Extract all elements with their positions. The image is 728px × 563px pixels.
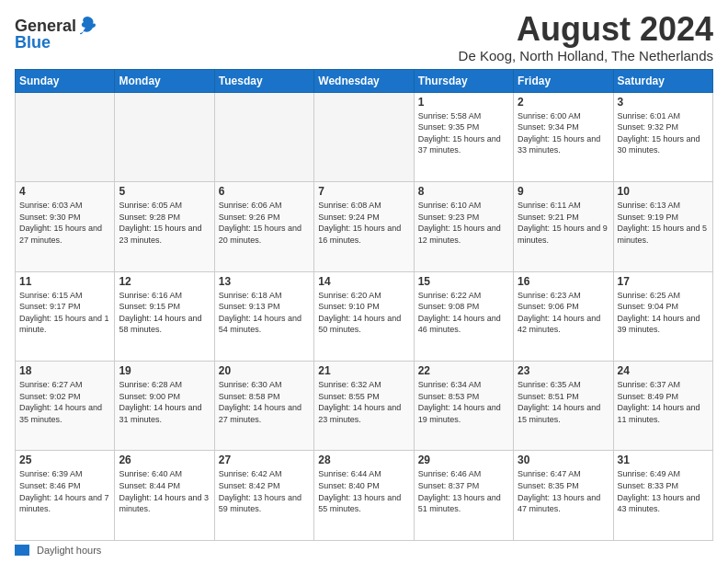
day-info: Sunrise: 6:10 AMSunset: 9:23 PMDaylight:… xyxy=(418,200,509,246)
day-number: 26 xyxy=(119,454,210,466)
day-number: 10 xyxy=(618,185,709,198)
calendar-week-1: 1Sunrise: 5:58 AMSunset: 9:35 PMDaylight… xyxy=(16,92,713,181)
day-number: 22 xyxy=(418,364,509,377)
logo-text: General Blue xyxy=(15,15,97,52)
day-info: Sunrise: 6:08 AMSunset: 9:24 PMDaylight:… xyxy=(318,200,409,246)
footer: Daylight hours xyxy=(15,545,713,556)
calendar-cell xyxy=(214,92,313,181)
weekday-header-saturday: Saturday xyxy=(613,69,712,92)
day-number: 12 xyxy=(119,275,210,288)
calendar-cell: 27Sunrise: 6:42 AMSunset: 8:42 PMDayligh… xyxy=(214,451,313,541)
calendar-week-2: 4Sunrise: 6:03 AMSunset: 9:30 PMDaylight… xyxy=(16,182,713,271)
day-info: Sunrise: 6:40 AMSunset: 8:44 PMDaylight:… xyxy=(119,468,210,514)
calendar-cell: 23Sunrise: 6:35 AMSunset: 8:51 PMDayligh… xyxy=(514,362,613,451)
day-info: Sunrise: 6:06 AMSunset: 9:26 PMDaylight:… xyxy=(219,200,310,246)
weekday-header-tuesday: Tuesday xyxy=(214,69,313,92)
title-block: August 2024 De Koog, North Holland, The … xyxy=(459,11,713,63)
calendar-cell: 9Sunrise: 6:11 AMSunset: 9:21 PMDaylight… xyxy=(514,182,613,271)
day-info: Sunrise: 6:46 AMSunset: 8:37 PMDaylight:… xyxy=(418,468,509,514)
day-info: Sunrise: 6:30 AMSunset: 8:58 PMDaylight:… xyxy=(219,379,310,425)
calendar-header-row: SundayMondayTuesdayWednesdayThursdayFrid… xyxy=(16,69,713,92)
day-number: 4 xyxy=(19,185,110,198)
calendar-week-3: 11Sunrise: 6:15 AMSunset: 9:17 PMDayligh… xyxy=(16,271,713,361)
day-info: Sunrise: 6:42 AMSunset: 8:42 PMDaylight:… xyxy=(219,468,310,514)
day-info: Sunrise: 6:47 AMSunset: 8:35 PMDaylight:… xyxy=(518,468,609,514)
calendar-cell: 11Sunrise: 6:15 AMSunset: 9:17 PMDayligh… xyxy=(16,271,115,361)
calendar-cell: 29Sunrise: 6:46 AMSunset: 8:37 PMDayligh… xyxy=(414,451,513,541)
day-info: Sunrise: 6:16 AMSunset: 9:15 PMDaylight:… xyxy=(119,290,210,336)
day-info: Sunrise: 6:39 AMSunset: 8:46 PMDaylight:… xyxy=(19,468,110,514)
day-number: 2 xyxy=(518,96,609,109)
day-number: 16 xyxy=(518,275,609,288)
day-info: Sunrise: 6:20 AMSunset: 9:10 PMDaylight:… xyxy=(318,290,409,336)
day-number: 20 xyxy=(219,364,310,377)
day-info: Sunrise: 6:01 AMSunset: 9:32 PMDaylight:… xyxy=(618,110,709,156)
calendar-cell: 1Sunrise: 5:58 AMSunset: 9:35 PMDaylight… xyxy=(414,92,513,181)
day-number: 8 xyxy=(418,185,509,198)
day-info: Sunrise: 6:25 AMSunset: 9:04 PMDaylight:… xyxy=(618,290,709,336)
calendar-cell: 6Sunrise: 6:06 AMSunset: 9:26 PMDaylight… xyxy=(214,182,313,271)
calendar-cell xyxy=(115,92,214,181)
legend-color-box xyxy=(15,545,29,556)
calendar-cell: 18Sunrise: 6:27 AMSunset: 9:02 PMDayligh… xyxy=(16,362,115,451)
calendar-table: SundayMondayTuesdayWednesdayThursdayFrid… xyxy=(15,69,713,541)
day-info: Sunrise: 6:23 AMSunset: 9:06 PMDaylight:… xyxy=(518,290,609,336)
calendar-cell: 28Sunrise: 6:44 AMSunset: 8:40 PMDayligh… xyxy=(314,451,414,541)
page: General Blue August 2024 De Koog, North … xyxy=(0,0,728,563)
day-info: Sunrise: 5:58 AMSunset: 9:35 PMDaylight:… xyxy=(418,110,509,156)
day-number: 7 xyxy=(318,185,409,198)
calendar-cell xyxy=(314,92,414,181)
weekday-header-wednesday: Wednesday xyxy=(314,69,414,92)
day-number: 29 xyxy=(418,454,509,466)
day-number: 24 xyxy=(618,364,709,377)
month-title: August 2024 xyxy=(459,11,713,48)
calendar-cell: 10Sunrise: 6:13 AMSunset: 9:19 PMDayligh… xyxy=(613,182,712,271)
calendar-cell: 22Sunrise: 6:34 AMSunset: 8:53 PMDayligh… xyxy=(414,362,513,451)
calendar-cell: 19Sunrise: 6:28 AMSunset: 9:00 PMDayligh… xyxy=(115,362,214,451)
day-info: Sunrise: 6:13 AMSunset: 9:19 PMDaylight:… xyxy=(618,200,709,246)
day-number: 19 xyxy=(119,364,210,377)
calendar-cell: 21Sunrise: 6:32 AMSunset: 8:55 PMDayligh… xyxy=(314,362,414,451)
calendar-cell: 2Sunrise: 6:00 AMSunset: 9:34 PMDaylight… xyxy=(514,92,613,181)
day-info: Sunrise: 6:28 AMSunset: 9:00 PMDaylight:… xyxy=(119,379,210,425)
day-number: 3 xyxy=(618,96,709,109)
calendar-cell: 26Sunrise: 6:40 AMSunset: 8:44 PMDayligh… xyxy=(115,451,214,541)
bird-icon xyxy=(78,15,97,37)
calendar-cell: 20Sunrise: 6:30 AMSunset: 8:58 PMDayligh… xyxy=(214,362,313,451)
calendar-cell: 3Sunrise: 6:01 AMSunset: 9:32 PMDaylight… xyxy=(613,92,712,181)
day-info: Sunrise: 6:34 AMSunset: 8:53 PMDaylight:… xyxy=(418,379,509,425)
calendar-cell xyxy=(16,92,115,181)
weekday-header-monday: Monday xyxy=(115,69,214,92)
calendar-cell: 16Sunrise: 6:23 AMSunset: 9:06 PMDayligh… xyxy=(514,271,613,361)
day-info: Sunrise: 6:32 AMSunset: 8:55 PMDaylight:… xyxy=(318,379,409,425)
day-number: 15 xyxy=(418,275,509,288)
day-number: 30 xyxy=(518,454,609,466)
day-info: Sunrise: 6:44 AMSunset: 8:40 PMDaylight:… xyxy=(318,468,409,514)
calendar-cell: 24Sunrise: 6:37 AMSunset: 8:49 PMDayligh… xyxy=(613,362,712,451)
calendar-cell: 15Sunrise: 6:22 AMSunset: 9:08 PMDayligh… xyxy=(414,271,513,361)
day-number: 27 xyxy=(219,454,310,466)
day-info: Sunrise: 6:35 AMSunset: 8:51 PMDaylight:… xyxy=(518,379,609,425)
weekday-header-friday: Friday xyxy=(514,69,613,92)
day-number: 13 xyxy=(219,275,310,288)
day-info: Sunrise: 6:05 AMSunset: 9:28 PMDaylight:… xyxy=(119,200,210,246)
day-number: 31 xyxy=(618,454,709,466)
day-info: Sunrise: 6:37 AMSunset: 8:49 PMDaylight:… xyxy=(618,379,709,425)
calendar-week-4: 18Sunrise: 6:27 AMSunset: 9:02 PMDayligh… xyxy=(16,362,713,451)
day-number: 9 xyxy=(518,185,609,198)
day-number: 1 xyxy=(418,96,509,109)
header: General Blue August 2024 De Koog, North … xyxy=(15,11,713,63)
calendar-cell: 17Sunrise: 6:25 AMSunset: 9:04 PMDayligh… xyxy=(613,271,712,361)
calendar-cell: 12Sunrise: 6:16 AMSunset: 9:15 PMDayligh… xyxy=(115,271,214,361)
day-info: Sunrise: 6:03 AMSunset: 9:30 PMDaylight:… xyxy=(19,200,110,246)
calendar-cell: 14Sunrise: 6:20 AMSunset: 9:10 PMDayligh… xyxy=(314,271,414,361)
day-info: Sunrise: 6:18 AMSunset: 9:13 PMDaylight:… xyxy=(219,290,310,336)
day-number: 6 xyxy=(219,185,310,198)
calendar-cell: 25Sunrise: 6:39 AMSunset: 8:46 PMDayligh… xyxy=(16,451,115,541)
calendar-cell: 5Sunrise: 6:05 AMSunset: 9:28 PMDaylight… xyxy=(115,182,214,271)
calendar-cell: 31Sunrise: 6:49 AMSunset: 8:33 PMDayligh… xyxy=(613,451,712,541)
day-number: 21 xyxy=(318,364,409,377)
logo: General Blue xyxy=(15,15,97,52)
day-info: Sunrise: 6:22 AMSunset: 9:08 PMDaylight:… xyxy=(418,290,509,336)
calendar-cell: 4Sunrise: 6:03 AMSunset: 9:30 PMDaylight… xyxy=(16,182,115,271)
